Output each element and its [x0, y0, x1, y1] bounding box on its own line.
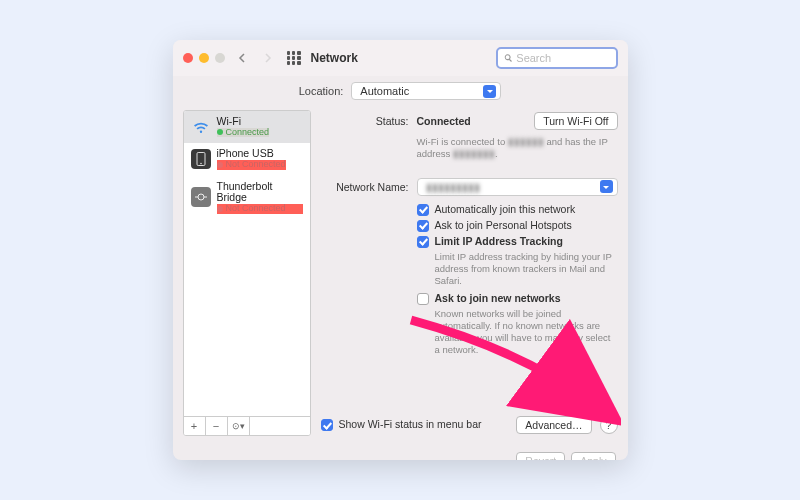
wifi-icon — [191, 117, 211, 137]
close-icon[interactable] — [183, 53, 193, 63]
search-input[interactable] — [516, 52, 609, 64]
iphone-icon — [191, 149, 211, 169]
footer-buttons: Revert Apply — [173, 446, 628, 460]
show-all-button[interactable] — [285, 49, 303, 67]
detail-pane: Status: Connected Turn Wi-Fi Off Wi-Fi i… — [321, 110, 618, 436]
network-name-value: ▮▮▮▮▮▮▮▮▮ — [426, 181, 480, 193]
sidebar-item-iphone-usb[interactable]: iPhone USB Not Connected — [184, 143, 310, 175]
wifi-off-button[interactable]: Turn Wi-Fi Off — [534, 112, 617, 130]
location-label: Location: — [299, 85, 344, 97]
network-prefpane: Network Location: Automatic Wi-Fi Connec… — [173, 40, 628, 460]
status-dot-icon — [217, 162, 223, 168]
window-title: Network — [311, 51, 358, 65]
chevron-down-icon — [483, 85, 496, 98]
status-value: Connected — [417, 115, 471, 127]
status-dot-icon — [217, 129, 223, 135]
forward-button[interactable] — [259, 49, 277, 67]
zoom-icon[interactable] — [215, 53, 225, 63]
thunderbolt-icon — [191, 187, 211, 207]
search-icon — [504, 53, 513, 63]
ask-new-description: Known networks will be joined automatica… — [417, 308, 618, 356]
chevron-down-icon — [600, 180, 613, 193]
sidebar-controls: + − ⊙▾ — [184, 416, 310, 435]
limit-ip-description: Limit IP address tracking by hiding your… — [417, 251, 618, 287]
auto-join-checkbox[interactable]: Automatically join this network — [417, 203, 618, 216]
svg-point-1 — [200, 163, 202, 165]
apply-button[interactable]: Apply — [571, 452, 615, 460]
limit-ip-tracking-checkbox[interactable]: Limit IP Address Tracking — [417, 235, 618, 248]
sidebar-item-label: Thunderbolt Bridge — [217, 181, 303, 204]
ask-personal-hotspots-checkbox[interactable]: Ask to join Personal Hotspots — [417, 219, 618, 232]
status-label: Status: — [321, 115, 409, 127]
interface-menu-button[interactable]: ⊙▾ — [228, 417, 250, 435]
network-name-select[interactable]: ▮▮▮▮▮▮▮▮▮ — [417, 178, 618, 196]
remove-interface-button[interactable]: − — [206, 417, 228, 435]
network-name-label: Network Name: — [321, 181, 409, 193]
back-button[interactable] — [233, 49, 251, 67]
location-row: Location: Automatic — [173, 76, 628, 110]
minimize-icon[interactable] — [199, 53, 209, 63]
sidebar-item-label: Wi-Fi — [217, 116, 270, 128]
advanced-button[interactable]: Advanced… — [516, 416, 591, 434]
interface-sidebar: Wi-Fi Connected iPhone USB Not Connected — [183, 110, 311, 436]
location-value: Automatic — [360, 85, 409, 97]
sidebar-item-thunderbolt[interactable]: Thunderbolt Bridge Not Connected — [184, 176, 310, 220]
help-button[interactable]: ? — [600, 416, 618, 434]
sidebar-item-wifi[interactable]: Wi-Fi Connected — [184, 111, 310, 143]
add-interface-button[interactable]: + — [184, 417, 206, 435]
status-dot-icon — [217, 206, 223, 212]
traffic-lights[interactable] — [183, 53, 225, 63]
titlebar: Network — [173, 40, 628, 76]
menubar-status-checkbox[interactable]: Show Wi-Fi status in menu bar — [321, 418, 482, 431]
revert-button[interactable]: Revert — [516, 452, 565, 460]
ask-new-networks-checkbox[interactable]: Ask to join new networks — [417, 292, 618, 305]
location-select[interactable]: Automatic — [351, 82, 501, 100]
status-description: Wi-Fi is connected to ▮▮▮▮▮▮ and has the… — [417, 136, 618, 160]
search-field[interactable] — [496, 47, 618, 69]
grid-icon — [287, 51, 301, 65]
